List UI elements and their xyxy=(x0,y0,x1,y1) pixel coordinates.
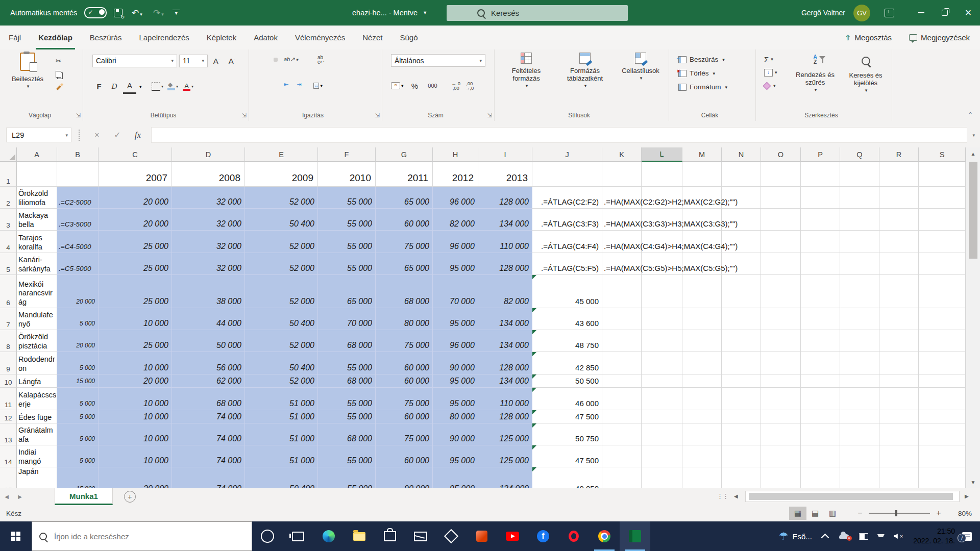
comma-style-button[interactable]: 000 xyxy=(426,79,439,92)
grid-cell[interactable]: 47 500 xyxy=(532,445,602,467)
grid-cell[interactable] xyxy=(919,423,966,445)
row-header-2[interactable]: 2 xyxy=(0,187,17,209)
decrease-indent-button[interactable]: ⇤ xyxy=(282,79,290,90)
grid-cell[interactable]: .=C2-5000 xyxy=(57,187,99,209)
taskbar-file-explorer-icon[interactable] xyxy=(344,521,375,551)
grid-cell[interactable]: 48 050 xyxy=(532,467,602,488)
grid-cell[interactable]: 50 400 xyxy=(245,467,318,488)
grid-cell[interactable]: 10 000 xyxy=(99,352,172,374)
grid-cell[interactable]: Rododendr on xyxy=(17,352,57,374)
grid-cell[interactable]: 110 000 xyxy=(478,231,532,253)
column-header-G[interactable]: G xyxy=(376,147,433,162)
find-select-button[interactable]: Keresés és kijelölés ▾ xyxy=(844,55,888,94)
grid-cell[interactable] xyxy=(879,467,919,488)
expand-formula-bar-icon[interactable]: ▾ xyxy=(972,133,975,138)
grid-cell[interactable]: 52 000 xyxy=(245,187,318,209)
grid-cell[interactable]: 55 000 xyxy=(318,388,376,410)
grid-cell[interactable]: 134 000 xyxy=(478,308,532,330)
tab-8[interactable]: Súgó xyxy=(391,26,426,49)
grid-cell[interactable]: 62 000 xyxy=(172,374,245,388)
grid-cell[interactable] xyxy=(801,423,840,445)
horizontal-scroll-thumb[interactable] xyxy=(749,493,953,500)
grid-cell[interactable] xyxy=(879,253,919,275)
grid-cell[interactable]: 134 000 xyxy=(478,467,532,488)
grid-cell[interactable] xyxy=(57,162,99,187)
save-icon[interactable] xyxy=(114,9,122,17)
grid-cell[interactable] xyxy=(879,352,919,374)
grid-cell[interactable]: 55 000 xyxy=(318,445,376,467)
user-name[interactable]: Gergő Valtner xyxy=(801,9,845,17)
grid-cell[interactable]: 75 000 xyxy=(376,423,433,445)
taskbar-office-icon[interactable] xyxy=(467,521,497,551)
sort-filter-button[interactable]: AZ Rendezés és szűrés ▾ xyxy=(790,55,841,94)
grid-cell[interactable]: 128 000 xyxy=(478,187,532,209)
grid-cell[interactable]: 50 400 xyxy=(245,308,318,330)
grid-cell[interactable] xyxy=(602,275,642,308)
grid-cell[interactable]: 74 000 xyxy=(172,445,245,467)
grid-cell[interactable] xyxy=(761,231,801,253)
grid-cell[interactable] xyxy=(602,388,642,410)
grid-cell[interactable]: 52 000 xyxy=(245,275,318,308)
tab-6[interactable]: Véleményezés xyxy=(286,26,354,49)
grid-cell[interactable]: 110 000 xyxy=(478,388,532,410)
autosum-button[interactable]: Σ▾ xyxy=(764,54,777,65)
taskbar-edge-icon[interactable] xyxy=(313,521,344,551)
grid-cell[interactable]: 45 000 xyxy=(532,275,602,308)
grid-cell[interactable]: 90 000 xyxy=(433,423,478,445)
grid-cell[interactable] xyxy=(919,352,966,374)
grid-cell[interactable]: 10 000 xyxy=(99,423,172,445)
grid-cell[interactable] xyxy=(722,467,761,488)
grid-cell[interactable] xyxy=(919,445,966,467)
decrease-decimal-button[interactable]: ,00→,0 xyxy=(465,81,474,90)
grid-cell[interactable]: .=HA(MAX(C5:G5)>H5;MAX(C5:G5);"") xyxy=(602,253,642,275)
formula-input[interactable] xyxy=(151,127,967,143)
grid-cell[interactable] xyxy=(919,308,966,330)
grid-cell[interactable] xyxy=(879,423,919,445)
grid-cell[interactable]: 95 000 xyxy=(433,388,478,410)
grid-cell[interactable]: 5 000 xyxy=(57,423,99,445)
font-color-button[interactable]: A▾ xyxy=(182,80,195,93)
grid-cell[interactable]: 48 750 xyxy=(532,330,602,352)
grid-cell[interactable]: 60 000 xyxy=(376,374,433,388)
grid-cell[interactable] xyxy=(761,467,801,488)
comments-button[interactable]: Megjegyzések xyxy=(909,33,970,42)
grid-cell[interactable] xyxy=(761,410,801,423)
grid-cell[interactable] xyxy=(682,388,722,410)
grid-cell[interactable]: 5 000 xyxy=(57,308,99,330)
grid-cell[interactable] xyxy=(722,388,761,410)
grid-cell[interactable]: .=C5-5000 xyxy=(57,253,99,275)
taskbar-search-input[interactable] xyxy=(53,532,224,541)
row-header-10[interactable]: 10 xyxy=(0,374,17,388)
zoom-slider-thumb[interactable] xyxy=(895,510,897,516)
grid-cell[interactable]: 95 000 xyxy=(433,253,478,275)
tray-chevron-up-icon[interactable] xyxy=(821,533,829,541)
grid-cell[interactable] xyxy=(602,308,642,330)
grid-cell[interactable]: 55 000 xyxy=(318,187,376,209)
grid-cell[interactable] xyxy=(840,374,879,388)
grid-cell[interactable] xyxy=(602,467,642,488)
grid-cell[interactable]: 90 000 xyxy=(376,467,433,488)
grid-cell[interactable]: Mandulafe nyő xyxy=(17,308,57,330)
taskbar-chrome-icon[interactable] xyxy=(589,521,620,551)
taskbar-mail-icon[interactable] xyxy=(405,521,436,551)
redo-icon[interactable]: ↷▾ xyxy=(151,8,165,18)
grid-cell[interactable]: 2007 xyxy=(99,162,172,187)
grid-cell[interactable]: 5 000 xyxy=(57,410,99,423)
grid-cell[interactable]: 50 500 xyxy=(532,374,602,388)
zoom-slider[interactable] xyxy=(869,513,930,514)
dialog-launcher-icon[interactable]: ⇲ xyxy=(76,112,81,119)
grid-cell[interactable] xyxy=(761,253,801,275)
grid-cell[interactable] xyxy=(879,162,919,187)
grid-cell[interactable]: Örökzöld liliomofa xyxy=(17,187,57,209)
row-header-11[interactable]: 11 xyxy=(0,388,17,410)
grid-cell[interactable]: 20 000 xyxy=(99,374,172,388)
grid-cell[interactable] xyxy=(879,374,919,388)
grid-cell[interactable]: 25 000 xyxy=(99,231,172,253)
grid-cell[interactable]: 65 000 xyxy=(318,275,376,308)
row-header-5[interactable]: 5 xyxy=(0,253,17,275)
grid-cell[interactable]: 134 000 xyxy=(478,209,532,231)
grid-cell[interactable] xyxy=(840,410,879,423)
grid-cell[interactable]: 134 000 xyxy=(478,330,532,352)
grid-cell[interactable] xyxy=(919,231,966,253)
taskbar-task-view-icon[interactable] xyxy=(283,521,313,551)
